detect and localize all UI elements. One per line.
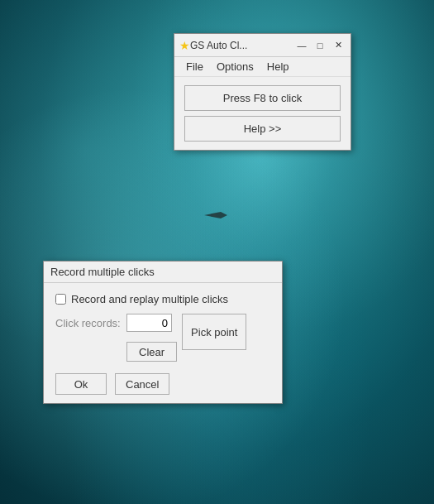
- record-row: Click records:: [55, 314, 177, 332]
- app-icon: ★: [179, 39, 190, 52]
- click-records-label: Click records:: [55, 317, 122, 329]
- ok-button[interactable]: Ok: [55, 373, 107, 395]
- checkbox-label[interactable]: Record and replay multiple clicks: [71, 293, 228, 305]
- maximize-button[interactable]: □: [312, 38, 327, 53]
- main-content: Press F8 to click Help >>: [174, 77, 351, 150]
- middle-controls: Click records: Clear Pick point: [55, 314, 270, 362]
- pick-point-button[interactable]: Pick point: [182, 314, 246, 350]
- window-title: GS Auto Cl...: [190, 40, 294, 51]
- minimize-button[interactable]: —: [294, 38, 309, 53]
- airplane-icon: [204, 210, 229, 220]
- main-window: ★ GS Auto Cl... — □ ✕ File Options Help …: [174, 33, 351, 151]
- dialog-content: Record and replay multiple clicks Click …: [44, 283, 282, 403]
- record-replay-checkbox[interactable]: [55, 294, 66, 305]
- dialog-window: Record multiple clicks Record and replay…: [43, 261, 283, 404]
- dialog-titlebar: Record multiple clicks: [44, 262, 282, 283]
- dialog-footer: Ok Cancel: [55, 370, 270, 395]
- window-controls: — □ ✕: [294, 38, 346, 53]
- dialog-title: Record multiple clicks: [50, 266, 155, 278]
- titlebar: ★ GS Auto Cl... — □ ✕: [174, 34, 351, 57]
- left-controls: Click records: Clear: [55, 314, 177, 362]
- clear-button[interactable]: Clear: [126, 342, 177, 362]
- close-button[interactable]: ✕: [331, 38, 346, 53]
- click-records-input[interactable]: [126, 314, 172, 332]
- checkbox-row: Record and replay multiple clicks: [55, 293, 270, 305]
- menu-help[interactable]: Help: [260, 59, 296, 74]
- menu-bar: File Options Help: [174, 57, 351, 77]
- cancel-button[interactable]: Cancel: [115, 373, 169, 395]
- help-button[interactable]: Help >>: [184, 116, 341, 142]
- menu-options[interactable]: Options: [210, 59, 260, 74]
- press-f8-button[interactable]: Press F8 to click: [184, 85, 341, 111]
- menu-file[interactable]: File: [179, 59, 210, 74]
